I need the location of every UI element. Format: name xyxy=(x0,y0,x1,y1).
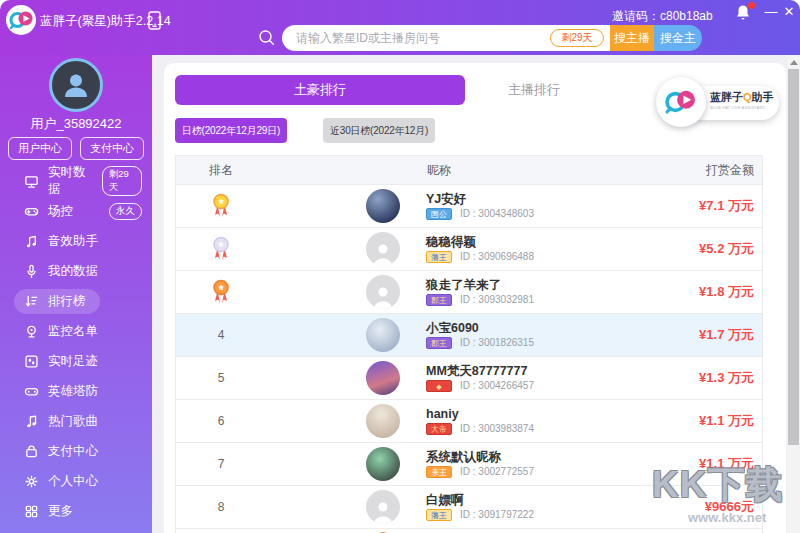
table-row[interactable]: YJ安好 国公ID : 3004348603 ¥7.1 万元 xyxy=(176,184,762,227)
brand-logo: 蓝胖子Q助手 BLUE FAT LIVE ASSISTANT xyxy=(656,77,781,129)
next-row-sliver xyxy=(176,528,762,533)
header-rank: 排名 xyxy=(176,162,266,179)
nickname: 小宝6090 xyxy=(426,322,534,335)
table-row[interactable]: 8 白嫖啊 藩王ID : 3091797222 ¥9666元 xyxy=(176,485,762,528)
avatar xyxy=(366,189,400,223)
noble-badge xyxy=(426,380,452,392)
sidebar-item-hot-songs[interactable]: 热门歌曲 xyxy=(0,406,152,436)
nickname: 狼走了羊来了 xyxy=(426,279,534,292)
invite-code: 邀请码：c80b18ab xyxy=(612,8,713,25)
sidebar: 用户_35892422 用户中心 支付中心 实时数据 剩29天 场控 永久 音效… xyxy=(0,55,152,533)
forever-badge: 永久 xyxy=(109,203,142,220)
more-grid-icon xyxy=(24,504,39,519)
table-row[interactable]: 狼走了羊来了 郡王ID : 3093032981 ¥1.8 万元 xyxy=(176,270,762,313)
table-row[interactable]: 6 haniy 大帝ID : 3003983874 ¥1.1 万元 xyxy=(176,399,762,442)
brand-subtitle: BLUE FAT LIVE ASSISTANT xyxy=(710,105,760,109)
brand-name: 蓝胖子Q助手 xyxy=(710,90,779,105)
sidebar-item-personal-center[interactable]: 个人中心 xyxy=(0,466,152,496)
sidebar-item-my-data[interactable]: 我的数据 xyxy=(0,256,152,286)
user-id: ID : 3004348603 xyxy=(460,208,534,219)
tower-defense-icon xyxy=(24,384,39,399)
username: 用户_35892422 xyxy=(0,115,152,133)
silver-medal-icon xyxy=(211,236,231,262)
nickname: MM梵天87777777 xyxy=(426,365,534,378)
reward-amount: ¥9666元 xyxy=(612,498,762,516)
avatar xyxy=(366,361,400,395)
days-left-badge: 剩29天 xyxy=(550,29,604,47)
reward-amount: ¥1.1 万元 xyxy=(612,412,762,430)
user-center-button[interactable]: 用户中心 xyxy=(8,137,72,160)
rank-number: 4 xyxy=(176,328,266,342)
avatar xyxy=(366,318,400,352)
sidebar-item-field-control[interactable]: 场控 永久 xyxy=(0,196,152,226)
rank-number: 8 xyxy=(176,500,266,514)
table-row[interactable]: 5 MM梵天87777777 ID : 3004266457 ¥1.3 万元 xyxy=(176,356,762,399)
rank-number: 7 xyxy=(176,457,266,471)
footprint-icon xyxy=(24,354,39,369)
gold-medal-icon xyxy=(211,193,231,219)
reward-amount: ¥5.2 万元 xyxy=(612,240,762,258)
title-bar: 蓝胖子(聚星)助手2.2.14 剩29天 搜主播 搜金主 邀请码：c80b18a… xyxy=(0,0,800,55)
hot-songs-icon xyxy=(24,414,39,429)
phone-icon[interactable] xyxy=(148,11,161,34)
sidebar-item-realtime-data[interactable]: 实时数据 剩29天 xyxy=(0,166,152,196)
sound-effect-icon xyxy=(24,234,39,249)
my-data-icon xyxy=(24,264,39,279)
user-id: ID : 3093032981 xyxy=(460,294,534,305)
minimize-button[interactable]: — xyxy=(763,4,779,19)
sidebar-item-more[interactable]: 更多 xyxy=(0,496,152,526)
user-id: ID : 3004266457 xyxy=(460,380,534,391)
sidebar-item-monitor-list[interactable]: 监控名单 xyxy=(0,316,152,346)
ranking-table: 排名 昵称 打赏金额 YJ安好 国公ID : 3004348603 ¥7.1 万… xyxy=(175,155,763,533)
filter-monthly-button[interactable]: 近30日榜(2022年12月) xyxy=(323,118,435,143)
sidebar-item-tower-defense[interactable]: 英雄塔防 xyxy=(0,376,152,406)
table-header: 排名 昵称 打赏金额 xyxy=(176,156,762,184)
sidebar-item-pay-center[interactable]: 支付中心 xyxy=(0,436,152,466)
user-id: ID : 3091797222 xyxy=(460,509,534,520)
sidebar-item-footprint[interactable]: 实时足迹 xyxy=(0,346,152,376)
app-logo-icon xyxy=(6,5,36,35)
reward-amount: ¥1.7 万元 xyxy=(612,326,762,344)
reward-amount: ¥7.1 万元 xyxy=(612,197,762,215)
nickname: 稳稳得颖 xyxy=(426,236,534,249)
scroll-up-arrow[interactable] xyxy=(790,60,798,65)
reward-amount: ¥1.8 万元 xyxy=(612,283,762,301)
close-button[interactable]: ✕ xyxy=(781,4,797,19)
realtime-data-icon xyxy=(24,174,39,189)
noble-badge: 国公 xyxy=(426,208,452,220)
gear-icon xyxy=(24,474,39,489)
nickname: haniy xyxy=(426,408,534,421)
main-panel: 土豪排行 主播排行 日榜(2022年12月29日) 近30日榜(2022年12月… xyxy=(164,63,786,533)
notification-bell-icon[interactable] xyxy=(735,4,753,22)
noble-badge: 郡王 xyxy=(426,337,452,349)
table-row[interactable]: 稳稳得颖 藩王ID : 3090696488 ¥5.2 万元 xyxy=(176,227,762,270)
avatar xyxy=(366,490,400,524)
reward-amount: ¥1.3 万元 xyxy=(612,369,762,387)
search-icon xyxy=(258,29,275,50)
scrollbar-thumb[interactable] xyxy=(788,69,799,445)
sidebar-item-ranking[interactable]: 排行榜 xyxy=(0,286,152,316)
days-left-badge: 剩29天 xyxy=(102,166,142,196)
rank-number: 6 xyxy=(176,414,266,428)
user-avatar[interactable] xyxy=(49,58,103,112)
noble-badge: 亲王 xyxy=(426,466,452,478)
scrollbar[interactable] xyxy=(787,55,800,533)
monitor-list-icon xyxy=(24,324,39,339)
bronze-medal-icon xyxy=(211,279,231,305)
sidebar-item-sound-effect[interactable]: 音效助手 xyxy=(0,226,152,256)
tab-anchor-ranking[interactable]: 主播排行 xyxy=(444,75,624,105)
user-id: ID : 3002772557 xyxy=(460,466,534,477)
user-id: ID : 3003983874 xyxy=(460,423,534,434)
table-row-highlighted[interactable]: 4 小宝6090 郡王ID : 3001826315 ¥1.7 万元 xyxy=(176,313,762,356)
table-row[interactable]: 7 系统默认昵称 亲王ID : 3002772557 ¥1.1 万元 xyxy=(176,442,762,485)
search-anchor-button[interactable]: 搜主播 xyxy=(610,25,654,51)
avatar xyxy=(366,447,400,481)
pay-center-icon xyxy=(24,444,39,459)
noble-badge: 郡王 xyxy=(426,294,452,306)
tab-rich-ranking[interactable]: 土豪排行 xyxy=(175,75,465,105)
search-patron-button[interactable]: 搜金主 xyxy=(654,25,702,51)
avatar xyxy=(366,404,400,438)
filter-daily-button[interactable]: 日榜(2022年12月29日) xyxy=(175,118,287,143)
nickname: 系统默认昵称 xyxy=(426,451,534,464)
pay-center-button[interactable]: 支付中心 xyxy=(80,137,144,160)
